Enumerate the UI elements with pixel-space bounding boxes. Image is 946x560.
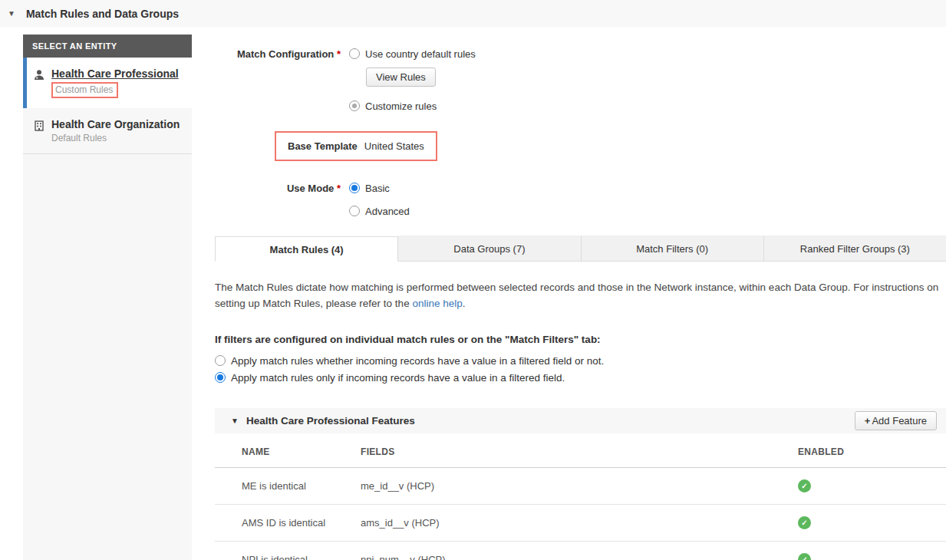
filters-heading: If filters are configured on individual … — [215, 334, 946, 345]
hospital-building-icon — [33, 120, 45, 135]
online-help-link[interactable]: online help — [412, 298, 462, 309]
radio-label: Customize rules — [365, 100, 437, 112]
radio-use-country-default-rules[interactable]: Use country default rules — [349, 48, 476, 60]
tab-ranked-filter-groups[interactable]: Ranked Filter Groups (3) — [764, 236, 946, 261]
base-template-annotation-box: Base Template United States — [275, 131, 437, 161]
radio-apply-only-if-value[interactable]: Apply match rules only if incoming recor… — [215, 369, 946, 386]
radio-icon[interactable] — [349, 48, 360, 59]
add-feature-button[interactable]: +Add Feature — [855, 411, 937, 430]
feature-name: AMS ID is identical — [215, 505, 361, 542]
radio-label: Use country default rules — [365, 48, 476, 60]
tab-match-filters[interactable]: Match Filters (0) — [582, 236, 764, 261]
match-rules-description: The Match Rules dictate how matching is … — [215, 279, 946, 311]
radio-icon-selected[interactable] — [349, 183, 360, 193]
sidebar-item-health-care-organization[interactable]: Health Care Organization Default Rules — [23, 108, 192, 154]
required-asterisk: * — [337, 48, 341, 60]
main-content: Match Configuration * Use country defaul… — [215, 35, 946, 560]
feature-name: NPI is identical — [215, 542, 361, 560]
table-header-row: NAME FIELDS ENABLED — [215, 433, 946, 468]
panel-title: Health Care Professional Features — [246, 415, 415, 427]
features-table: NAME FIELDS ENABLED ME is identical me_i… — [215, 433, 946, 560]
sidebar-header: SELECT AN ENTITY — [23, 35, 192, 58]
tab-data-groups[interactable]: Data Groups (7) — [398, 236, 581, 261]
tab-match-rules[interactable]: Match Rules (4) — [215, 236, 398, 262]
radio-use-mode-advanced[interactable]: Advanced — [349, 205, 410, 217]
feature-name: ME is identical — [215, 468, 361, 505]
feature-fields: me_id__v (HCP) — [361, 468, 798, 505]
column-header-enabled: ENABLED — [798, 433, 946, 468]
required-asterisk: * — [337, 183, 341, 194]
base-template-label: Base Template — [288, 140, 358, 152]
feature-fields: ams_id__v (HCP) — [361, 505, 798, 542]
collapse-triangle-icon[interactable]: ▼ — [231, 417, 239, 425]
radio-customize-rules[interactable]: Customize rules — [349, 100, 476, 112]
enabled-check-icon — [798, 479, 811, 492]
match-configuration-label: Match Configuration * — [215, 48, 349, 112]
section-header-bar: ▼ Match Rules and Data Groups — [0, 0, 946, 27]
radio-label: Apply match rules only if incoming recor… — [231, 372, 565, 384]
page-title: Match Rules and Data Groups — [26, 8, 179, 20]
doctor-icon — [33, 69, 45, 84]
enabled-check-icon — [798, 516, 811, 529]
column-header-fields: FIELDS — [361, 433, 798, 468]
tab-bar: Match Rules (4) Data Groups (7) Match Fi… — [215, 236, 946, 262]
hcp-features-panel-header: ▼ Health Care Professional Features +Add… — [215, 408, 946, 433]
entity-subtitle: Custom Rules — [51, 82, 179, 98]
entity-title: Health Care Professional — [51, 68, 179, 80]
radio-icon-selected[interactable] — [215, 372, 226, 383]
table-row[interactable]: NPI is identical npi_num__v (HCP) — [215, 542, 946, 560]
radio-label: Advanced — [365, 206, 410, 217]
radio-icon[interactable] — [349, 206, 360, 216]
feature-fields: npi_num__v (HCP) — [361, 542, 798, 560]
table-row[interactable]: AMS ID is identical ams_id__v (HCP) — [215, 505, 946, 542]
table-row[interactable]: ME is identical me_id__v (HCP) — [215, 468, 946, 505]
custom-rules-annotation-box: Custom Rules — [51, 82, 118, 98]
hcp-features-panel: ▼ Health Care Professional Features +Add… — [215, 408, 946, 560]
radio-use-mode-basic[interactable]: Basic — [349, 182, 410, 194]
entity-sidebar: SELECT AN ENTITY Health Care Professiona… — [23, 35, 192, 560]
view-rules-button[interactable]: View Rules — [366, 68, 436, 87]
radio-label: Apply match rules whether incoming recor… — [231, 355, 604, 367]
filter-configuration-section: If filters are configured on individual … — [215, 334, 946, 386]
use-mode-label: Use Mode * — [215, 182, 349, 217]
entity-subtitle: Default Rules — [51, 133, 180, 143]
entity-title: Health Care Organization — [51, 118, 180, 130]
base-template-value: United States — [364, 140, 424, 152]
collapse-triangle-icon[interactable]: ▼ — [8, 9, 15, 18]
radio-icon-selected[interactable] — [349, 100, 360, 111]
sidebar-item-health-care-professional[interactable]: Health Care Professional Custom Rules — [23, 58, 192, 108]
page: ▼ Match Rules and Data Groups SELECT AN … — [0, 0, 946, 560]
radio-label: Basic — [365, 183, 390, 194]
radio-apply-whether-value-or-not[interactable]: Apply match rules whether incoming recor… — [215, 352, 946, 369]
enabled-check-icon — [798, 553, 811, 560]
column-header-name: NAME — [215, 433, 361, 468]
radio-icon[interactable] — [215, 355, 226, 366]
plus-icon: + — [865, 415, 871, 427]
